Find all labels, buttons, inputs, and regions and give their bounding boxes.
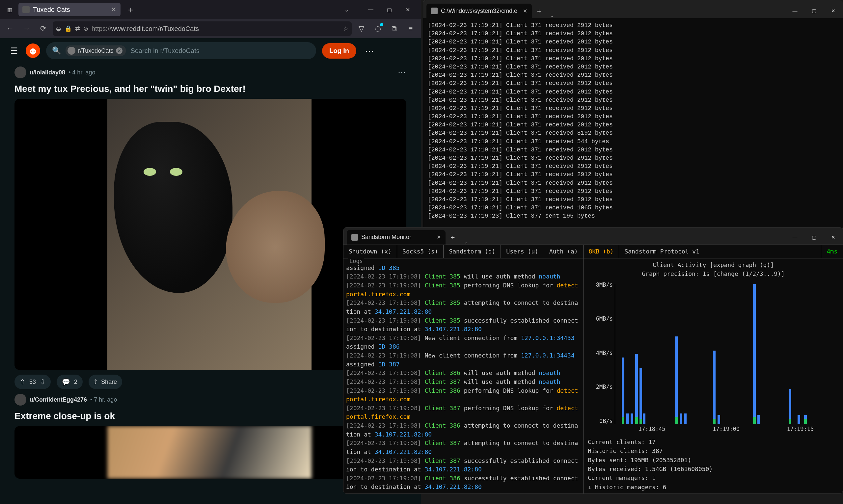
forward-button[interactable]: → — [20, 22, 34, 36]
post-menu-icon[interactable]: ⋯ — [398, 68, 406, 77]
tab-close-icon[interactable]: ✕ — [523, 8, 527, 14]
new-tab-button[interactable]: ＋ — [532, 4, 546, 18]
lock-icon[interactable]: 🔒 — [65, 25, 72, 32]
menu-socks5[interactable]: Socks5 (s) — [397, 245, 444, 258]
maximize-button[interactable]: ▢ — [380, 3, 398, 16]
search-placeholder: Search in r/TuxedoCats — [130, 47, 199, 55]
tab-dropdown-icon[interactable]: ⌄ — [460, 239, 472, 245]
post-title[interactable]: Meet my tux Precious, and her "twin" big… — [15, 84, 406, 94]
window-controls: ⌄ — ▢ ✕ — [337, 3, 418, 16]
post-time: • 4 hr. ago — [69, 69, 95, 76]
upvote-icon[interactable]: ⇧ — [20, 378, 25, 386]
reddit-logo[interactable] — [26, 43, 40, 58]
cmd-icon — [431, 7, 438, 14]
score: 53 — [29, 379, 36, 385]
url-bar[interactable]: ◒ 🔒 ⇄ ⊘ https://www.reddit.com/r/TuxedoC… — [53, 21, 352, 36]
menu-users[interactable]: Users (u) — [501, 245, 544, 258]
y-axis-labels: 8MB/s6MB/s4MB/s2MB/s0B/s — [589, 282, 613, 424]
rtt-label: 4ms — [821, 245, 843, 258]
logs-panel[interactable]: Logs assigned ID 385[2024-02-23 17:19:08… — [343, 258, 584, 493]
protocol-label: Sandstorm Protocol v1 — [619, 245, 821, 258]
pocket-icon[interactable]: ▽ — [354, 22, 368, 36]
new-tab-button[interactable]: ＋ — [446, 230, 460, 245]
comment-icon: 💬 — [62, 378, 70, 386]
menu-sandstorm[interactable]: Sandstorm (d) — [444, 245, 501, 258]
hamburger-icon[interactable]: ☰ — [8, 45, 20, 57]
minimize-button[interactable]: — — [785, 4, 805, 18]
vote-pill[interactable]: ⇧ 53 ⇩ — [15, 375, 51, 389]
avatar[interactable] — [15, 394, 26, 406]
shield-icon[interactable]: ◒ — [56, 25, 61, 32]
sandstorm-main: Logs assigned ID 385[2024-02-23 17:19:08… — [343, 258, 843, 493]
stats-panel: Current clients: 17 Historic clients: 38… — [588, 435, 839, 491]
close-button[interactable]: ✕ — [398, 3, 417, 16]
close-button[interactable]: ✕ — [824, 230, 843, 245]
svg-point-0 — [30, 48, 36, 55]
tab-close-icon[interactable]: ✕ — [437, 234, 441, 240]
terminal-titlebar: Sandstorm Monitor ✕ ＋ ⌄ — ▢ ✕ — [343, 228, 843, 245]
post-author[interactable]: u/ConfidentEgg4276 — [30, 396, 87, 403]
stat-bytes-received: Bytes received: 1.54GB (1661608050) — [588, 465, 839, 473]
search-chip[interactable]: r/TuxedoCats ✕ — [66, 46, 126, 56]
svg-point-2 — [34, 50, 35, 52]
minimize-button[interactable]: — — [785, 230, 805, 245]
maximize-button[interactable]: ▢ — [805, 4, 824, 18]
reddit-header: ☰ 🔍 r/TuxedoCats ✕ Search in r/TuxedoCat… — [0, 38, 421, 63]
post-time: • 7 hr. ago — [90, 396, 117, 403]
log-output: assigned ID 385[2024-02-23 17:19:08] Cli… — [346, 260, 581, 491]
logs-title: Logs — [348, 258, 364, 264]
menu-icon[interactable]: ≡ — [404, 22, 417, 36]
sandstorm-window: Sandstorm Monitor ✕ ＋ ⌄ — ▢ ✕ Shutdown (… — [343, 227, 843, 494]
tab-dropdown-icon[interactable]: ⌄ — [546, 13, 558, 18]
terminal-tab[interactable]: Sandstorm Monitor ✕ — [347, 230, 446, 245]
reddit-search[interactable]: 🔍 r/TuxedoCats ✕ Search in r/TuxedoCats — [46, 42, 316, 59]
back-button[interactable]: ← — [3, 22, 17, 36]
new-tab-button[interactable]: ＋ — [121, 4, 141, 16]
x-axis-labels: 17:18:4517:19:0017:19:15 — [615, 426, 838, 432]
url-text: https://www.reddit.com/r/TuxedoCats — [92, 25, 340, 33]
terminal-output[interactable]: [2024-02-23 17:19:21] Client 371 receive… — [423, 18, 843, 224]
permissions-icon-2[interactable]: ⊘ — [83, 25, 88, 32]
browser-tab[interactable]: Tuxedo Cats ✕ — [18, 3, 121, 16]
menu-auth[interactable]: Auth (a) — [544, 245, 584, 258]
stat-historic-managers: ↓ Historic managers: 6 — [588, 483, 839, 491]
downvote-icon[interactable]: ⇩ — [40, 378, 46, 386]
bookmark-icon[interactable]: ☆ — [343, 25, 348, 32]
search-icon: 🔍 — [52, 47, 61, 55]
terminal-tab[interactable]: C:\Windows\system32\cmd.e ✕ — [427, 4, 532, 18]
minimize-button[interactable]: — — [362, 3, 380, 16]
activity-graph[interactable]: 8MB/s6MB/s4MB/s2MB/s0B/s 17:18:4517:19:0… — [589, 282, 838, 432]
comments-pill[interactable]: 💬 2 — [57, 375, 83, 389]
tab-overflow-icon[interactable]: ⌄ — [337, 3, 356, 16]
firefox-toolbar: ← → ⟳ ◒ 🔒 ⇄ ⊘ https://www.reddit.com/r/T… — [0, 19, 421, 38]
account-icon[interactable]: ◌ — [371, 22, 384, 36]
tab-close-icon[interactable]: ✕ — [111, 5, 116, 14]
firefox-workspace-icon[interactable]: ▥ — [3, 0, 16, 19]
permissions-icon[interactable]: ⇄ — [75, 25, 80, 32]
stat-current-managers: Current managers: 1 — [588, 473, 839, 482]
menu-rate[interactable]: 8KB (b) — [584, 245, 620, 258]
tab-title: C:\Windows\system32\cmd.e — [441, 7, 520, 15]
avatar[interactable] — [15, 67, 26, 78]
close-button[interactable]: ✕ — [824, 4, 843, 18]
tab-title: Sandstorm Monitor — [361, 234, 433, 241]
menu-shutdown[interactable]: Shutdown (x) — [343, 245, 397, 258]
window-controls: — ▢ ✕ — [785, 4, 843, 18]
login-button[interactable]: Log In — [322, 43, 356, 59]
chip-clear-icon[interactable]: ✕ — [116, 48, 123, 54]
post-author[interactable]: u/lolallday08 — [30, 69, 65, 76]
share-label: Share — [101, 379, 117, 385]
plot-area — [615, 284, 838, 424]
share-pill[interactable]: ⤴ Share — [89, 375, 122, 389]
header-overflow-icon[interactable]: ⋯ — [362, 46, 377, 56]
reload-button[interactable]: ⟳ — [36, 22, 50, 36]
terminal-titlebar: C:\Windows\system32\cmd.e ✕ ＋ ⌄ — ▢ ✕ — [423, 0, 843, 18]
share-icon: ⤴ — [94, 378, 97, 386]
firefox-titlebar: ▥ Tuxedo Cats ✕ ＋ ⌄ — ▢ ✕ — [0, 0, 421, 19]
activity-panel: Client Activity [expand graph (g)] Graph… — [584, 258, 843, 493]
extensions-icon[interactable]: ⧉ — [387, 22, 401, 36]
svg-point-1 — [31, 50, 33, 52]
stat-current-clients: Current clients: 17 — [588, 437, 839, 446]
tab-title: Tuxedo Cats — [33, 6, 108, 14]
maximize-button[interactable]: ▢ — [805, 230, 824, 245]
